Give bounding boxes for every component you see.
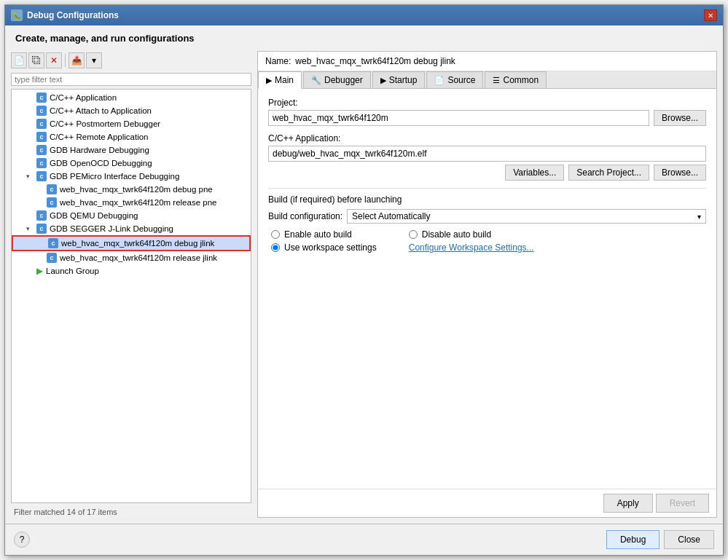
tree-item-cpp-remote[interactable]: c C/C++ Remote Application (12, 130, 251, 143)
enable-auto-label: Enable auto build (284, 229, 352, 240)
toolbar-separator (65, 54, 66, 67)
configure-workspace-row: Configure Workspace Settings... (409, 242, 534, 253)
enable-auto-radio[interactable] (271, 230, 280, 239)
tabs-row: ▶ Main 🔧 Debugger ▶ Startup 📄 Source (258, 71, 716, 89)
project-label: Project: (268, 98, 706, 108)
tree-item-jlink-release[interactable]: c web_hvac_mqx_twrk64f120m release jlink (12, 251, 251, 264)
build-config-label: Build configuration: (268, 211, 343, 221)
tree-item-pemicro-release[interactable]: c web_hvac_mqx_twrk64f120m release pne (12, 196, 251, 209)
variables-button[interactable]: Variables... (505, 165, 564, 181)
c-icon: c (36, 158, 47, 168)
use-workspace-label: Use workspace settings (284, 242, 377, 253)
debugger-tab-icon: 🔧 (311, 76, 321, 85)
c-icon: c (36, 210, 47, 221)
window-icon: 🐛 (11, 9, 23, 21)
dropdown-button[interactable]: ▾ (86, 52, 102, 68)
tree-label: C/C++ Application (50, 93, 117, 102)
right-panel: Name: web_hvac_mqx_twrk64f120m debug jli… (257, 51, 717, 518)
tab-main-label: Main (275, 75, 294, 85)
radio-columns: Enable auto build Use workspace settings (268, 229, 706, 253)
project-input[interactable] (268, 110, 649, 126)
left-panel: 📄 ⿻ ✕ 📤 ▾ c C/C++ Application (11, 51, 251, 518)
tab-source[interactable]: 📄 Source (426, 71, 483, 88)
radio-group-right: Disable auto build Configure Workspace S… (409, 229, 534, 253)
debug-configurations-window: 🐛 Debug Configurations ✕ Create, manage,… (4, 4, 724, 556)
delete-config-button[interactable]: ✕ (46, 52, 62, 68)
c-icon: c (47, 253, 57, 263)
expand-arrow: ▾ (26, 225, 34, 232)
revert-button[interactable]: Revert (656, 494, 709, 513)
tree-label: web_hvac_mqx_twrk64f120m release pne (60, 198, 216, 207)
tree-item-gdb-qemu[interactable]: c GDB QEMU Debugging (12, 209, 251, 222)
new-config-button[interactable]: 📄 (11, 52, 27, 68)
tree-item-gdb-pemicro[interactable]: ▾ c GDB PEMicro Interface Debugging (12, 170, 251, 183)
tree-item-cpp-postmortem[interactable]: c C/C++ Postmortem Debugger (12, 117, 251, 130)
project-browse-button[interactable]: Browse... (654, 110, 706, 126)
use-workspace-radio[interactable] (271, 243, 280, 252)
debug-button[interactable]: Debug (606, 530, 659, 549)
c-icon: c (47, 197, 57, 208)
bottom-left: ? (14, 532, 30, 548)
tab-startup[interactable]: ▶ Startup (372, 71, 426, 88)
radio-enable-auto: Enable auto build (271, 229, 377, 240)
build-config-select[interactable]: Select Automatically ▾ (347, 209, 706, 224)
configure-workspace-link[interactable]: Configure Workspace Settings... (409, 242, 534, 253)
c-icon: c (36, 106, 47, 116)
c-icon: c (36, 132, 47, 142)
tree-item-cpp-attach[interactable]: c C/C++ Attach to Application (12, 104, 251, 117)
main-header: Create, manage, and run configurations (5, 25, 723, 48)
content-area: Create, manage, and run configurations 📄… (5, 25, 723, 555)
duplicate-config-button[interactable]: ⿻ (28, 52, 44, 68)
close-dialog-button[interactable]: Close (664, 530, 714, 549)
cpp-app-input[interactable] (268, 146, 706, 162)
expand-arrow: ▾ (26, 173, 34, 180)
tab-common[interactable]: ☰ Common (485, 71, 547, 88)
cpp-app-buttons: Variables... Search Project... Browse... (268, 165, 706, 181)
config-name: web_hvac_mqx_twrk64f120m debug jlink (295, 56, 455, 66)
title-bar: 🐛 Debug Configurations ✕ (5, 5, 723, 25)
disable-auto-radio[interactable] (409, 230, 418, 239)
help-button[interactable]: ? (14, 532, 30, 548)
launch-icon: ▶ (36, 266, 43, 276)
tree-item-gdb-openocd[interactable]: c GDB OpenOCD Debugging (12, 157, 251, 170)
radio-use-workspace: Use workspace settings (271, 242, 377, 253)
c-icon: c (36, 224, 47, 234)
filter-input[interactable] (11, 73, 251, 86)
apply-revert-row: Apply Revert (258, 489, 716, 517)
tree-label: GDB OpenOCD Debugging (50, 159, 152, 167)
radio-group-left: Enable auto build Use workspace settings (271, 229, 377, 253)
cpp-app-group: C/C++ Application: Variables... Search P… (268, 133, 706, 181)
tree-item-launch-group[interactable]: ▶ Launch Group (12, 264, 251, 277)
apply-button[interactable]: Apply (603, 494, 653, 513)
build-config-row: Build configuration: Select Automaticall… (268, 209, 706, 224)
project-row: Browse... (268, 110, 706, 126)
tab-main[interactable]: ▶ Main (258, 71, 302, 89)
build-config-value: Select Automatically (352, 211, 430, 221)
tree-label: web_hvac_mqx_twrk64f120m release jlink (60, 253, 217, 262)
tab-debugger[interactable]: 🔧 Debugger (303, 71, 371, 88)
toolbar: 📄 ⿻ ✕ 📤 ▾ (11, 51, 251, 70)
tree-label: Launch Group (46, 267, 99, 275)
c-icon: c (36, 92, 47, 103)
tree-item-gdb-jlink[interactable]: ▾ c GDB SEGGER J-Link Debugging (12, 222, 251, 235)
divider (268, 188, 706, 189)
close-button[interactable]: ✕ (704, 9, 717, 21)
bottom-bar: ? Debug Close (5, 524, 723, 555)
c-icon: c (36, 119, 47, 129)
c-icon: c (48, 238, 58, 248)
tree-item-pemicro-debug[interactable]: c web_hvac_mqx_twrk64f120m debug pne (12, 183, 251, 196)
window-title: Debug Configurations (27, 10, 700, 20)
disable-auto-label: Disable auto build (422, 229, 491, 240)
tree-label: C/C++ Postmortem Debugger (50, 119, 160, 128)
bottom-right: Debug Close (606, 530, 714, 549)
tree-item-cpp-app[interactable]: c C/C++ Application (12, 91, 251, 104)
config-tree: c C/C++ Application c C/C++ Attach to Ap… (11, 89, 251, 503)
export-config-button[interactable]: 📤 (69, 52, 85, 68)
search-project-button[interactable]: Search Project... (568, 165, 649, 181)
cpp-app-browse-button[interactable]: Browse... (654, 165, 706, 181)
startup-tab-icon: ▶ (380, 76, 386, 85)
tree-item-jlink-debug[interactable]: c web_hvac_mqx_twrk64f120m debug jlink (12, 235, 251, 251)
radio-disable-auto: Disable auto build (409, 229, 534, 240)
tree-item-gdb-hardware[interactable]: c GDB Hardware Debugging (12, 143, 251, 157)
c-icon: c (47, 184, 57, 194)
